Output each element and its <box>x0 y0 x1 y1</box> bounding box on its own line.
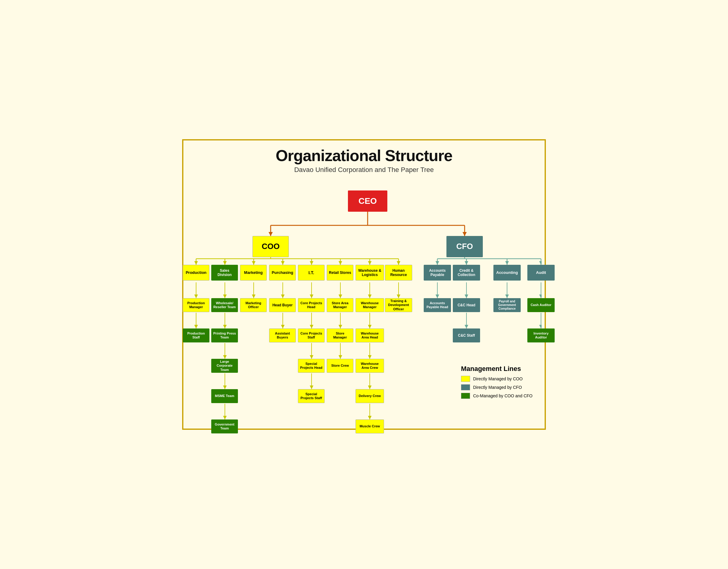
production-box: Production <box>183 265 209 280</box>
core-head-box: Core Projects Head <box>298 298 325 312</box>
wh-area-head-node: Warehouse Area Head <box>356 329 384 343</box>
svg-marker-33 <box>505 261 509 265</box>
prod-staff-node: Production Staff <box>183 329 209 343</box>
ap-head-node: Accounts Payable Head <box>424 298 451 312</box>
msme-node: MSME Team <box>211 389 238 403</box>
legend-item-coo: Directly Managed by COO <box>461 376 533 382</box>
legend-label-both: Co-Managed by COO and CFO <box>473 393 533 398</box>
legend-item-both: Co-Managed by COO and CFO <box>461 393 533 399</box>
large-corp-box: Large Corporate Team <box>211 359 238 373</box>
payroll-box: Payroll and Government Compliance <box>493 298 521 312</box>
svg-marker-23 <box>368 261 372 265</box>
wh-manager-box: Warehouse Manager <box>356 298 384 312</box>
ceo-node: CEO <box>348 190 387 212</box>
inv-auditor-node: Inventory Auditor <box>527 329 555 343</box>
svg-marker-6 <box>463 232 467 236</box>
svg-marker-68 <box>339 325 342 329</box>
govt-box: Government Team <box>211 420 238 434</box>
store-mgr-node: Store Manager <box>327 329 353 343</box>
special-staff-box: Special Projects Staff <box>298 389 325 403</box>
svg-marker-76 <box>223 355 227 359</box>
retail-node: Retail Stores <box>327 265 353 280</box>
head-buyer-box: Head Buyer <box>269 298 296 312</box>
svg-marker-66 <box>310 325 313 329</box>
cfo-node: CFO <box>446 236 483 257</box>
cash-auditor-box: Cash Auditor <box>527 298 555 312</box>
delivery-box: Delivery Crew <box>356 389 384 403</box>
svg-marker-42 <box>281 295 285 298</box>
svg-marker-5 <box>269 232 273 236</box>
svg-marker-56 <box>505 295 509 298</box>
wholesale-node: Wholesale/ Reseller Team <box>211 298 238 312</box>
svg-marker-20 <box>281 261 285 265</box>
head-buyer-node: Head Buyer <box>269 298 296 312</box>
it-box: I.T. <box>298 265 325 280</box>
svg-marker-46 <box>339 295 342 298</box>
prod-staff-box: Production Staff <box>183 329 209 343</box>
store-crew-node: Store Crew <box>327 359 353 373</box>
muscle-box: Muscle Crew <box>356 420 384 434</box>
large-corp-node: Large Corporate Team <box>211 359 238 373</box>
payroll-node: Payroll and Government Compliance <box>493 298 521 312</box>
core-staff-node: Core Projects Staff <box>298 329 325 343</box>
legend-label-cfo: Directly Managed by CFO <box>473 385 522 390</box>
training-box: Training & Development Officer <box>385 298 412 312</box>
audit-node: Audit <box>527 265 555 280</box>
svg-marker-92 <box>368 416 372 420</box>
svg-marker-44 <box>310 295 313 298</box>
svg-marker-84 <box>223 386 227 389</box>
ap-box: Accounts Payable <box>424 265 451 280</box>
ap-node: Accounts Payable <box>424 265 451 280</box>
svg-marker-72 <box>465 325 468 329</box>
svg-marker-22 <box>339 261 342 265</box>
svg-marker-60 <box>194 325 198 329</box>
legend-color-cfo <box>461 384 470 390</box>
warehouse-box: Warehouse & Logistics <box>356 265 384 280</box>
muscle-node: Muscle Crew <box>356 420 384 434</box>
store-area-mgr-box: Store Area Manager <box>327 298 353 312</box>
wholesale-box: Wholesale/ Reseller Team <box>211 298 238 312</box>
svg-marker-82 <box>368 355 372 359</box>
coo-box: COO <box>252 236 289 257</box>
coo-node: COO <box>252 236 289 257</box>
svg-marker-32 <box>465 261 468 265</box>
mktg-officer-box: Marketing Officer <box>240 298 267 312</box>
cash-auditor-node: Cash Auditor <box>527 298 555 312</box>
svg-marker-34 <box>539 261 542 265</box>
svg-marker-54 <box>465 295 468 298</box>
printing-node: Printing Press Team <box>211 329 238 343</box>
svg-marker-31 <box>436 261 439 265</box>
svg-marker-74 <box>539 325 542 329</box>
warehouse-node: Warehouse & Logistics <box>356 265 384 280</box>
prod-mgr-box: Production Manager <box>183 298 209 312</box>
cc-node: Credit & Collection <box>453 265 480 280</box>
svg-marker-52 <box>436 295 439 298</box>
page-title: Organizational Structure <box>186 146 542 165</box>
legend-label-coo: Directly Managed by COO <box>473 377 523 381</box>
wh-manager-node: Warehouse Manager <box>356 298 384 312</box>
svg-marker-36 <box>194 295 198 298</box>
production-node: Production <box>183 265 209 280</box>
svg-marker-17 <box>194 261 198 265</box>
svg-marker-80 <box>339 355 342 359</box>
sales-box: Sales Division <box>211 265 238 280</box>
wh-area-head-box: Warehouse Area Head <box>356 329 384 343</box>
accounting-box: Accounting <box>493 265 521 280</box>
purchasing-node: Purchasing <box>269 265 296 280</box>
sales-node: Sales Division <box>211 265 238 280</box>
svg-marker-78 <box>310 355 313 359</box>
special-head-node: Special Projects Head <box>298 359 325 373</box>
prod-mgr-node: Production Manager <box>183 298 209 312</box>
svg-marker-88 <box>368 386 372 389</box>
legend-item-cfo: Directly Managed by CFO <box>461 384 533 390</box>
svg-marker-86 <box>310 386 313 389</box>
core-head-node: Core Projects Head <box>298 298 325 312</box>
svg-marker-19 <box>252 261 255 265</box>
ceo-box: CEO <box>348 190 387 212</box>
svg-marker-58 <box>539 295 542 298</box>
svg-marker-50 <box>397 295 400 298</box>
marketing-node: Marketing <box>240 265 267 280</box>
ap-head-box: Accounts Payable Head <box>424 298 451 312</box>
svg-marker-64 <box>281 325 285 329</box>
msme-box: MSME Team <box>211 389 238 403</box>
